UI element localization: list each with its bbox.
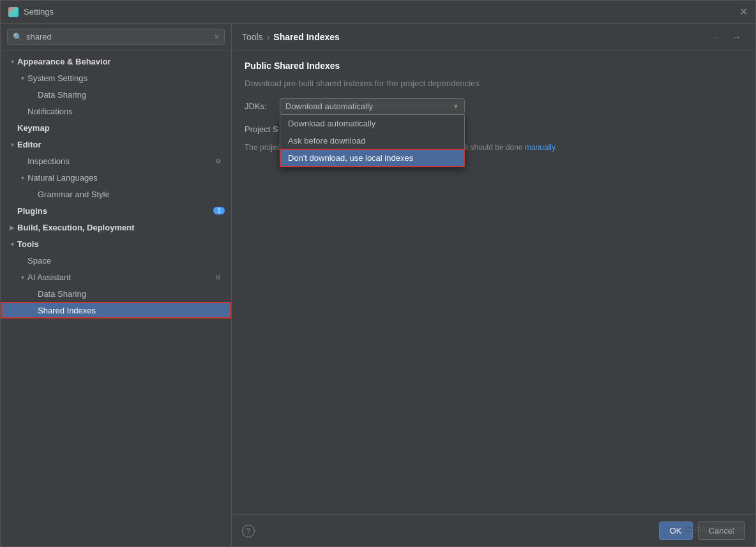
help-button[interactable]: ? — [242, 525, 255, 537]
bottom-bar: ? OK Cancel — [232, 514, 755, 546]
jdk-dropdown-menu: Download automatically Ask before downlo… — [280, 114, 465, 167]
app-icon — [8, 7, 19, 17]
sidebar-item-data-sharing-2[interactable]: Data Sharing — [1, 285, 231, 302]
sidebar-item-natural-languages[interactable]: ▾ Natural Languages — [1, 169, 231, 186]
sidebar-item-label: Appearance & Behavior — [17, 57, 225, 66]
sidebar-item-inspections[interactable]: Inspections ⚙ — [1, 153, 231, 169]
sidebar-item-build-execution-deployment[interactable]: ▶ Build, Execution, Deployment — [1, 219, 231, 236]
title-bar-left: Settings — [8, 7, 54, 17]
forward-button[interactable]: → — [729, 29, 745, 45]
project-label: Project S — [245, 124, 278, 134]
sidebar-item-label: Tools — [17, 239, 225, 249]
sidebar-item-label: Keymap — [17, 123, 225, 133]
breadcrumb-separator: › — [267, 32, 270, 42]
jdk-form-row: JDKs: Download automatically ▼ Download … — [245, 98, 743, 114]
sidebar-item-label: AI Assistant — [27, 273, 213, 282]
sidebar-item-label: Shared Indexes — [38, 306, 225, 315]
sidebar-item-editor[interactable]: ▾ Editor — [1, 136, 231, 153]
chevron-icon: ▶ — [7, 224, 17, 231]
jdk-dropdown-trigger[interactable]: Download automatically ▼ — [280, 98, 465, 114]
search-icon: 🔍 — [13, 33, 22, 41]
sidebar-item-label: Data Sharing — [38, 90, 225, 100]
sidebar-item-keymap[interactable]: Keymap — [1, 119, 231, 136]
search-input-wrapper[interactable]: 🔍 × — [7, 29, 225, 45]
main-content: 🔍 × ▾ Appearance & Behavior ▾ System Set… — [1, 24, 755, 546]
sidebar-item-label: Space — [27, 256, 225, 266]
dropdown-option-dont-download[interactable]: Don't download, use local indexes — [280, 149, 464, 167]
chevron-icon: ▾ — [7, 58, 17, 65]
description: Download pre-built shared indexes for th… — [245, 79, 743, 88]
project-desc-suffix: . — [555, 143, 557, 152]
section-title: Public Shared Indexes — [245, 61, 743, 71]
sidebar-item-appearance-behavior[interactable]: ▾ Appearance & Behavior — [1, 53, 231, 70]
dropdown-option-download-auto[interactable]: Download automatically — [280, 115, 464, 132]
main-panel: Tools › Shared Indexes ← → Public Shared… — [232, 24, 755, 546]
settings-icon: ⚙ — [213, 273, 222, 281]
sidebar-item-label: Inspections — [27, 156, 213, 166]
settings-icon: ⚙ — [213, 156, 222, 165]
sidebar: 🔍 × ▾ Appearance & Behavior ▾ System Set… — [1, 24, 232, 546]
sidebar-item-label: System Settings — [27, 73, 225, 83]
search-bar: 🔍 × — [1, 24, 231, 50]
panel-header: Tools › Shared Indexes ← → — [232, 24, 755, 50]
sidebar-item-label: Notifications — [27, 107, 225, 116]
sidebar-item-plugins[interactable]: Plugins 1 — [1, 202, 231, 219]
panel-body: Public Shared Indexes Download pre-built… — [232, 50, 755, 514]
plugins-badge: 1 — [213, 207, 225, 214]
sidebar-item-space[interactable]: Space — [1, 252, 231, 269]
sidebar-item-label: Editor — [17, 140, 225, 149]
sidebar-item-label: Build, Execution, Deployment — [17, 223, 225, 232]
jdk-selected-value: Download automatically — [285, 101, 373, 111]
sidebar-item-tools[interactable]: ▾ Tools — [1, 236, 231, 252]
dropdown-option-ask-before[interactable]: Ask before download — [280, 132, 464, 149]
jdk-dropdown-wrapper: Download automatically ▼ Download automa… — [280, 98, 465, 114]
back-button[interactable]: ← — [709, 29, 726, 45]
jdk-label: JDKs: — [245, 101, 273, 111]
manually-link[interactable]: manually — [525, 143, 555, 152]
sidebar-item-shared-indexes[interactable]: Shared Indexes — [1, 302, 231, 318]
title-bar: Settings ✕ — [1, 1, 755, 24]
sidebar-item-label: Grammar and Style — [38, 190, 225, 199]
breadcrumb-current: Shared Indexes — [273, 32, 340, 42]
chevron-icon: ▾ — [17, 174, 27, 181]
sidebar-item-grammar-and-style[interactable]: Grammar and Style — [1, 186, 231, 202]
settings-window: Settings ✕ 🔍 × ▾ Appearance & Behavior — [0, 0, 756, 547]
search-clear-button[interactable]: × — [215, 33, 219, 41]
breadcrumb: Tools › Shared Indexes — [242, 32, 340, 42]
close-button[interactable]: ✕ — [739, 7, 748, 17]
chevron-icon: ▾ — [17, 274, 27, 281]
window-title: Settings — [24, 7, 54, 17]
sidebar-item-data-sharing-1[interactable]: Data Sharing — [1, 86, 231, 103]
search-input[interactable] — [26, 32, 211, 41]
sidebar-item-notifications[interactable]: Notifications — [1, 103, 231, 119]
sidebar-item-label: Natural Languages — [27, 173, 225, 183]
sidebar-item-system-settings[interactable]: ▾ System Settings — [1, 70, 231, 86]
chevron-icon: ▾ — [7, 141, 17, 148]
sidebar-item-ai-assistant[interactable]: ▾ AI Assistant ⚙ — [1, 269, 231, 285]
sidebar-item-label: Plugins — [17, 206, 213, 216]
breadcrumb-parent: Tools — [242, 32, 263, 42]
dropdown-arrow-icon: ▼ — [453, 103, 459, 110]
chevron-icon: ▾ — [7, 241, 17, 248]
sidebar-tree: ▾ Appearance & Behavior ▾ System Setting… — [1, 50, 231, 546]
watermark: CSDN @WuWull — [686, 525, 743, 534]
sidebar-item-label: Data Sharing — [38, 289, 225, 299]
chevron-icon: ▾ — [17, 75, 27, 82]
nav-buttons: ← → — [709, 29, 745, 45]
